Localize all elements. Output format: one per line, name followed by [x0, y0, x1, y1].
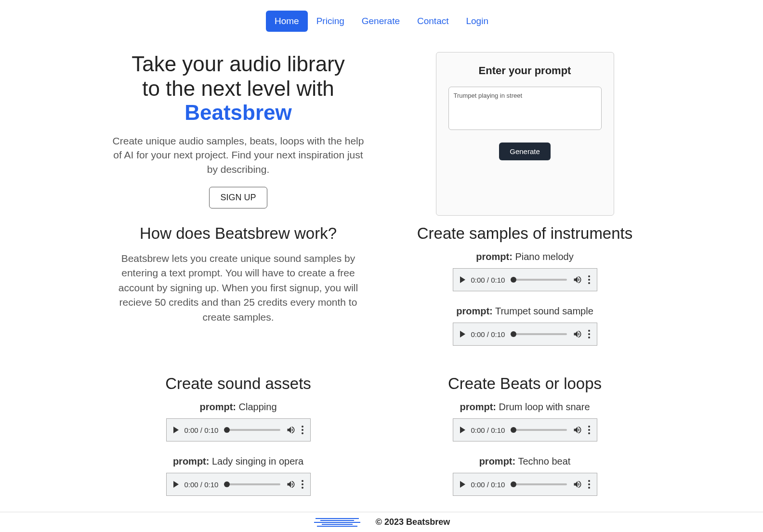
nav-pricing[interactable]: Pricing [308, 11, 353, 32]
hero-title: Take your audio library to the next leve… [102, 52, 374, 125]
sample-block: prompt: Drum loop with snare 0:00 / 0:10 [389, 402, 661, 441]
audio-time: 0:00 / 0:10 [471, 480, 505, 489]
hero-description: Create unique audio samples, beats, loop… [102, 134, 374, 176]
svg-rect-4 [317, 526, 357, 527]
beats-heading: Create Beats or loops [389, 375, 661, 393]
audio-progress[interactable] [224, 483, 280, 485]
beats-section: Create Beats or loops prompt: Drum loop … [389, 375, 661, 510]
audio-player[interactable]: 0:00 / 0:10 [166, 418, 311, 441]
svg-rect-0 [316, 518, 359, 519]
audio-player[interactable]: 0:00 / 0:10 [453, 268, 597, 291]
sample-prompt-label: prompt: Drum loop with snare [389, 402, 661, 413]
volume-icon[interactable] [286, 425, 296, 435]
sample-block: prompt: Clapping 0:00 / 0:10 [102, 402, 374, 441]
sample-prompt-label: prompt: Clapping [102, 402, 374, 413]
instruments-section: Create samples of instruments prompt: Pi… [389, 224, 661, 360]
how-it-works-text: Beatsbrew lets you create unique sound s… [102, 251, 374, 324]
generate-button[interactable]: Generate [499, 143, 551, 160]
menu-dots-icon[interactable] [588, 480, 590, 489]
audio-player[interactable]: 0:00 / 0:10 [166, 473, 311, 496]
play-icon[interactable] [460, 331, 465, 337]
footer-logo-icon [313, 517, 361, 528]
sound-assets-section: Create sound assets prompt: Clapping 0:0… [102, 375, 374, 510]
audio-time: 0:00 / 0:10 [184, 426, 219, 434]
play-icon[interactable] [460, 481, 465, 488]
audio-time: 0:00 / 0:10 [471, 330, 505, 338]
nav-home[interactable]: Home [266, 11, 308, 32]
volume-icon[interactable] [573, 480, 582, 489]
audio-player[interactable]: 0:00 / 0:10 [453, 418, 597, 441]
audio-player[interactable]: 0:00 / 0:10 [453, 473, 597, 496]
svg-rect-1 [320, 520, 354, 521]
sound-assets-heading: Create sound assets [102, 375, 374, 393]
volume-icon[interactable] [573, 425, 582, 435]
signup-button[interactable]: SIGN UP [209, 187, 267, 208]
menu-dots-icon[interactable] [302, 426, 303, 434]
svg-rect-2 [314, 522, 360, 523]
volume-icon[interactable] [573, 275, 582, 285]
sample-prompt-label: prompt: Piano melody [389, 251, 661, 262]
svg-rect-3 [322, 524, 353, 525]
nav-login[interactable]: Login [457, 11, 497, 32]
nav-generate[interactable]: Generate [353, 11, 408, 32]
top-nav: Home Pricing Generate Contact Login [0, 0, 763, 42]
prompt-input[interactable] [448, 87, 602, 130]
footer: © 2023 Beatsbrew [0, 512, 763, 532]
how-it-works-section: How does Beatsbrew work? Beatsbrew lets … [102, 224, 374, 360]
sample-prompt-label: prompt: Lady singing in opera [102, 456, 374, 467]
footer-copyright: © 2023 Beatsbrew [376, 517, 450, 527]
brand-name: Beatsbrew [102, 101, 374, 125]
audio-progress[interactable] [511, 429, 566, 431]
volume-icon[interactable] [286, 480, 296, 489]
audio-progress[interactable] [511, 483, 566, 485]
sample-prompt-label: prompt: Techno beat [389, 456, 661, 467]
menu-dots-icon[interactable] [302, 480, 303, 489]
play-icon[interactable] [173, 427, 179, 433]
play-icon[interactable] [173, 481, 179, 488]
sample-prompt-label: prompt: Trumpet sound sample [389, 306, 661, 317]
audio-progress[interactable] [224, 429, 280, 431]
nav-contact[interactable]: Contact [408, 11, 457, 32]
audio-time: 0:00 / 0:10 [471, 276, 505, 284]
instruments-heading: Create samples of instruments [389, 224, 661, 243]
volume-icon[interactable] [573, 329, 582, 339]
play-icon[interactable] [460, 427, 465, 433]
menu-dots-icon[interactable] [588, 330, 590, 338]
audio-progress[interactable] [511, 279, 566, 281]
menu-dots-icon[interactable] [588, 275, 590, 284]
audio-time: 0:00 / 0:10 [471, 426, 505, 434]
how-it-works-heading: How does Beatsbrew work? [102, 224, 374, 243]
audio-player[interactable]: 0:00 / 0:10 [453, 323, 597, 346]
prompt-card-title: Enter your prompt [448, 65, 602, 77]
sample-block: prompt: Trumpet sound sample 0:00 / 0:10 [389, 306, 661, 346]
prompt-card: Enter your prompt Generate [436, 52, 614, 216]
audio-time: 0:00 / 0:10 [184, 480, 219, 489]
audio-progress[interactable] [511, 333, 566, 335]
menu-dots-icon[interactable] [588, 426, 590, 434]
play-icon[interactable] [460, 276, 465, 283]
sample-block: prompt: Lady singing in opera 0:00 / 0:1… [102, 456, 374, 496]
sample-block: prompt: Piano melody 0:00 / 0:10 [389, 251, 661, 291]
hero-section: Take your audio library to the next leve… [102, 52, 374, 216]
sample-block: prompt: Techno beat 0:00 / 0:10 [389, 456, 661, 496]
